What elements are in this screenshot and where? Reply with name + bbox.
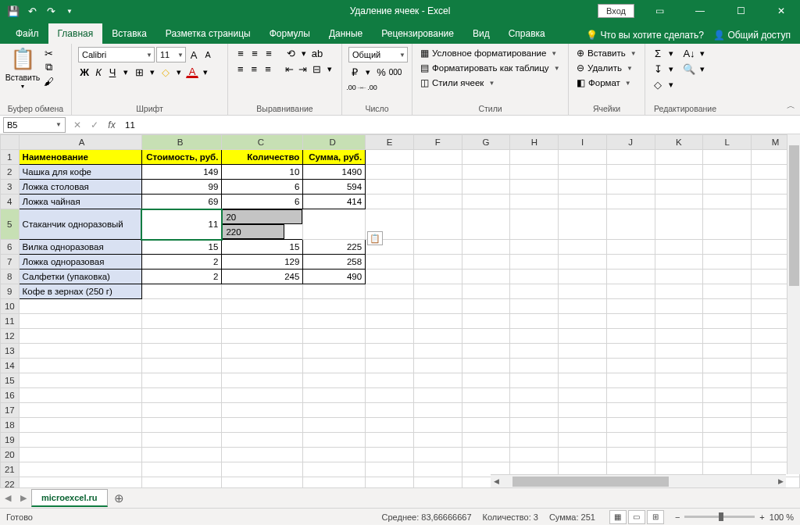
- fx-icon[interactable]: fx: [103, 120, 120, 130]
- fill-color-icon[interactable]: ◇: [159, 66, 172, 78]
- cell[interactable]: Сумма, руб.: [303, 150, 366, 165]
- col-header-I[interactable]: I: [559, 135, 607, 150]
- bold-button[interactable]: Ж: [78, 66, 91, 78]
- active-cell[interactable]: 11: [141, 209, 222, 240]
- decrease-decimal-icon[interactable]: ←.00: [362, 81, 375, 94]
- col-header-K[interactable]: K: [655, 135, 703, 150]
- underline-button[interactable]: Ч: [106, 66, 119, 78]
- decrease-indent-icon[interactable]: ⇤: [284, 62, 296, 75]
- row-header[interactable]: 6: [1, 240, 20, 255]
- increase-decimal-icon[interactable]: .00→: [348, 81, 361, 94]
- comma-icon[interactable]: 000: [389, 66, 402, 78]
- ribbon-display-icon[interactable]: ▭: [644, 0, 675, 22]
- align-left-icon[interactable]: ≡: [234, 62, 247, 75]
- collapse-ribbon-icon[interactable]: ︿: [787, 100, 795, 112]
- font-size-select[interactable]: 11▼: [156, 47, 186, 62]
- tab-nav-prev[interactable]: ◀: [0, 493, 16, 503]
- insert-cells-button[interactable]: ⊕Вставить▼: [575, 47, 638, 59]
- select-all-corner[interactable]: [1, 135, 20, 150]
- tellme-search[interactable]: 💡 Что вы хотите сделать?: [586, 30, 704, 41]
- cell-styles-button[interactable]: ◫Стили ячеек▼: [419, 77, 562, 89]
- tab-file[interactable]: Файл: [6, 23, 48, 44]
- sort-filter-icon[interactable]: A↓: [683, 47, 695, 59]
- horizontal-scrollbar[interactable]: ◀▶: [491, 474, 786, 487]
- row-header[interactable]: 2: [1, 165, 20, 180]
- login-button[interactable]: Вход: [598, 4, 634, 18]
- col-header-H[interactable]: H: [510, 135, 559, 150]
- tab-review[interactable]: Рецензирование: [372, 23, 463, 44]
- border-icon[interactable]: ⊞: [133, 66, 145, 78]
- row-header[interactable]: 5: [1, 209, 20, 240]
- font-color-icon[interactable]: A: [186, 66, 198, 78]
- format-cells-button[interactable]: ◧Формат▼: [575, 77, 638, 89]
- redo-icon[interactable]: ↷: [44, 4, 58, 18]
- row-header[interactable]: 7: [1, 255, 20, 270]
- share-button[interactable]: 👤 Общий доступ: [713, 30, 791, 41]
- col-header-A[interactable]: A: [19, 135, 141, 150]
- page-break-view-icon[interactable]: ⊞: [647, 510, 664, 524]
- name-box[interactable]: B5▼: [3, 117, 66, 133]
- cut-icon[interactable]: ✂: [42, 47, 55, 59]
- copy-icon[interactable]: ⧉: [42, 61, 55, 73]
- row-header[interactable]: 8: [1, 270, 20, 284]
- col-header-G[interactable]: G: [462, 135, 510, 150]
- tab-insert[interactable]: Вставка: [102, 23, 156, 44]
- zoom-out-button[interactable]: −: [675, 512, 680, 522]
- align-center-icon[interactable]: ≡: [248, 62, 261, 75]
- format-as-table-button[interactable]: ▤Форматировать как таблицу▼: [419, 62, 562, 74]
- delete-cells-button[interactable]: ⊖Удалить▼: [575, 62, 638, 74]
- col-header-F[interactable]: F: [413, 135, 462, 150]
- maximize-button[interactable]: ☐: [725, 0, 756, 22]
- currency-icon[interactable]: ₽: [348, 66, 361, 78]
- tab-formulas[interactable]: Формулы: [260, 23, 320, 44]
- tab-page-layout[interactable]: Разметка страницы: [156, 23, 260, 44]
- clear-icon[interactable]: ◇: [652, 78, 664, 91]
- formula-input[interactable]: 11: [120, 120, 800, 130]
- cancel-icon[interactable]: ✕: [69, 120, 86, 130]
- orientation-icon[interactable]: ⟲: [284, 47, 297, 59]
- col-header-L[interactable]: L: [703, 135, 752, 150]
- cell[interactable]: Стоимость, руб.: [141, 150, 222, 165]
- row-header[interactable]: 1: [1, 150, 20, 165]
- tab-view[interactable]: Вид: [463, 23, 499, 44]
- autosum-icon[interactable]: Σ: [652, 47, 664, 59]
- percent-icon[interactable]: %: [375, 66, 388, 78]
- cell[interactable]: Наименование: [19, 150, 141, 165]
- merge-icon[interactable]: ⊟: [311, 62, 323, 75]
- decrease-font-icon[interactable]: A: [202, 48, 214, 61]
- number-format-select[interactable]: Общий▼: [348, 47, 408, 62]
- close-button[interactable]: ✕: [766, 0, 797, 22]
- undo-icon[interactable]: ↶: [25, 4, 39, 18]
- col-header-E[interactable]: E: [366, 135, 414, 150]
- align-bottom-icon[interactable]: ≡: [262, 47, 275, 59]
- tab-data[interactable]: Данные: [320, 23, 372, 44]
- tab-help[interactable]: Справка: [499, 23, 555, 44]
- find-icon[interactable]: 🔍: [683, 62, 695, 75]
- col-header-C[interactable]: C: [222, 135, 303, 150]
- sheet-tab[interactable]: microexcel.ru: [31, 489, 108, 507]
- row-header[interactable]: 3: [1, 180, 20, 195]
- paste-button[interactable]: 📋 Вставить ▼: [6, 47, 39, 89]
- scroll-thumb[interactable]: [789, 145, 799, 286]
- align-middle-icon[interactable]: ≡: [248, 47, 261, 59]
- row-header[interactable]: 4: [1, 195, 20, 209]
- enter-icon[interactable]: ✓: [86, 120, 103, 130]
- increase-indent-icon[interactable]: ⇥: [297, 62, 309, 75]
- font-select[interactable]: Calibri▼: [78, 47, 155, 62]
- format-painter-icon[interactable]: 🖌: [42, 75, 55, 87]
- vertical-scrollbar[interactable]: [787, 134, 800, 474]
- conditional-format-button[interactable]: ▦Условное форматирование▼: [419, 47, 562, 59]
- normal-view-icon[interactable]: ▦: [609, 510, 627, 524]
- minimize-button[interactable]: —: [684, 0, 716, 22]
- cell[interactable]: Количество: [222, 150, 303, 165]
- align-top-icon[interactable]: ≡: [234, 47, 247, 59]
- row-header[interactable]: 9: [1, 284, 20, 299]
- wrap-text-icon[interactable]: ab: [311, 47, 323, 59]
- paste-options-icon[interactable]: 📋: [367, 231, 383, 245]
- zoom-level[interactable]: 100 %: [770, 512, 794, 522]
- zoom-slider[interactable]: [684, 516, 755, 518]
- col-header-J[interactable]: J: [606, 135, 655, 150]
- save-icon[interactable]: 💾: [6, 4, 20, 18]
- tab-nav-next[interactable]: ▶: [16, 493, 31, 503]
- add-sheet-button[interactable]: ⊕: [108, 491, 130, 505]
